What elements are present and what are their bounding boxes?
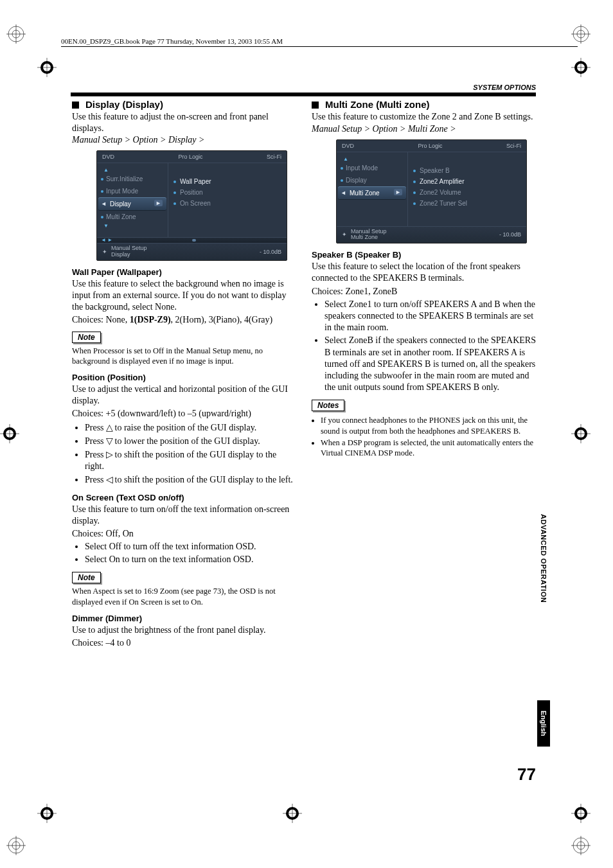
list-item: Select Off to turn off the text informat… [85, 541, 296, 553]
menu-item-selected: ◄Display [98, 197, 166, 211]
onscreen-choices: Choices: Off, On [72, 528, 296, 540]
register-mark-icon [37, 58, 57, 77]
section-header: SYSTEM OPTIONS [71, 84, 536, 96]
left-column: Display (Display) Use this feature to ad… [72, 96, 296, 791]
speakerb-list: Select Zone1 to turn on/off SPEAKERS A a… [312, 299, 536, 394]
footer-line2: Multi Zone [351, 235, 387, 241]
speakerb-text: Use this feature to select the location … [312, 261, 536, 284]
register-mark-icon [571, 804, 591, 823]
wallpaper-heading: Wall Paper (Wallpaper) [72, 267, 296, 277]
gui-decoder: Pro Logic [178, 154, 202, 160]
submenu-item: Wall Paper [172, 176, 283, 187]
content: Display (Display) Use this feature to ad… [72, 96, 536, 791]
page: 00EN.00_DSPZ9_GB.book Page 77 Thursday, … [0, 0, 613, 868]
gui-multizone-screenshot: DVD Pro Logic Sci-Fi ▲ Input Mode Displa… [336, 139, 527, 244]
gui-footer: ✦ Manual Setup Display - 10.0dB [97, 243, 287, 260]
submenu-item: Zone2 Amplifier [412, 176, 522, 187]
onscreen-note: When Aspect is set to 16:9 Zoom (see pag… [72, 586, 296, 607]
wallpaper-choices: Choices: None, 1(DSP-Z9), 2(Horn), 3(Pia… [72, 314, 296, 326]
list-item: When a DSP program is selected, the unit… [321, 438, 536, 459]
svg-point-1 [12, 30, 20, 38]
li-text: to shift the position of the GUI display… [112, 475, 293, 484]
svg-point-0 [8, 26, 24, 42]
page-number: 77 [517, 765, 536, 784]
submenu-item: Position [172, 187, 283, 198]
crop-mark-icon [6, 24, 26, 44]
list-item: Press ▽ to lower the position of the GUI… [85, 435, 296, 447]
svg-point-5 [577, 30, 585, 38]
choices-default: 1(DSP-Z9) [130, 315, 171, 324]
dimmer-text: Use to adjust the brightness of the fron… [72, 624, 296, 636]
list-item: Select On to turn on the text informatio… [85, 554, 296, 565]
section-label: SYSTEM OPTIONS [71, 84, 536, 93]
gui-decoder: Pro Logic [418, 143, 442, 149]
gui-source: DVD [342, 143, 354, 149]
gui-menu: ▲ Input Mode Display ◄Multi Zone [337, 152, 408, 226]
gui-menu: ▲ Surr.Initialize Input Mode ◄Display Mu… [97, 163, 168, 237]
menu-item-selected: ◄Multi Zone [338, 186, 406, 200]
up-arrow-icon: △ [106, 421, 112, 433]
gui-scrollbar: ◄ ► [97, 237, 287, 243]
display-breadcrumb: Manual Setup > Option > Display > [72, 135, 296, 145]
multizone-breadcrumb: Manual Setup > Option > Multi Zone > [312, 124, 536, 134]
register-mark-icon [0, 424, 19, 443]
dimmer-choices: Choices: –4 to 0 [72, 637, 296, 649]
register-mark-icon [283, 804, 302, 823]
submenu-item: On Screen [172, 198, 283, 209]
li-text: Press [85, 450, 106, 459]
volume-readout: - 10.0dB [499, 231, 521, 238]
onscreen-list: Select Off to turn off the text informat… [72, 541, 296, 565]
note-label: Note [72, 332, 101, 343]
gui-statusbar: DVD Pro Logic Sci-Fi [337, 140, 526, 152]
footer-line2: Display [111, 252, 147, 258]
register-mark-icon [37, 804, 57, 823]
li-text: Press [85, 436, 106, 446]
list-item: If you connect headphones to the PHONES … [321, 415, 536, 436]
scroll-down-icon: ▼ [97, 223, 168, 229]
wallpaper-note: When Processor is set to Off in the Manu… [72, 346, 296, 367]
svg-point-40 [573, 838, 589, 853]
position-choices: Choices: +5 (downward/left) to –5 (upwar… [72, 408, 296, 420]
crop-mark-icon [571, 836, 591, 855]
gui-body: ▲ Input Mode Display ◄Multi Zone Speaker… [337, 152, 526, 226]
footer-icon: ✦ [102, 249, 107, 255]
book-header: 00EN.00_DSPZ9_GB.book Page 77 Thursday, … [61, 37, 578, 47]
li-text: to raise the position of the GUI display… [112, 423, 256, 432]
li-text: Press [85, 423, 106, 432]
volume-readout: - 10.0dB [260, 249, 281, 255]
display-intro: Use this feature to adjust the on-screen… [72, 111, 296, 134]
register-mark-icon [571, 58, 591, 77]
gui-statusbar: DVD Pro Logic Sci-Fi [97, 151, 287, 163]
list-item: Select Zone1 to turn on/off SPEAKERS A a… [324, 299, 536, 334]
submenu-item: Speaker B [412, 165, 522, 176]
list-item: Press ▷ to shift the position of the GUI… [85, 448, 296, 472]
menu-item: Multi Zone [97, 211, 168, 223]
note-label: Note [72, 572, 101, 583]
down-arrow-icon: ▽ [106, 435, 112, 447]
right-arrow-icon: ▷ [106, 448, 112, 460]
left-arrow-icon: ◁ [106, 474, 112, 485]
submenu-item: Zone2 Tuner Sel [412, 198, 522, 209]
gui-program: Sci-Fi [506, 143, 521, 149]
gui-display-screenshot: DVD Pro Logic Sci-Fi ▲ Surr.Initialize I… [96, 150, 287, 261]
speakerb-heading: Speaker B (Speaker B) [312, 250, 536, 260]
section-tab-advanced: ADVANCED OPERATION [537, 508, 550, 609]
gui-submenu: Speaker B Zone2 Amplifier Zone2 Volume Z… [408, 152, 526, 226]
scroll-up-icon: ▲ [337, 156, 407, 162]
gui-body: ▲ Surr.Initialize Input Mode ◄Display Mu… [97, 163, 287, 237]
gui-program: Sci-Fi [267, 154, 281, 160]
menu-item: Input Mode [97, 185, 168, 197]
onscreen-heading: On Screen (Text OSD on/off) [72, 493, 296, 502]
menu-item: Display [337, 174, 407, 186]
svg-point-37 [12, 842, 20, 849]
menu-item: Input Mode [337, 162, 407, 174]
li-text: to lower the position of the GUI display… [112, 436, 260, 446]
menu-item-label: Multi Zone [350, 190, 380, 197]
language-tab: English [537, 700, 550, 747]
position-heading: Position (Position) [72, 373, 296, 382]
li-text: Press [85, 475, 106, 484]
li-text: to shift the position of the GUI display… [85, 450, 276, 471]
gui-footer: ✦ Manual Setup Multi Zone - 10.0dB [337, 226, 526, 244]
footer-icon: ✦ [342, 231, 347, 238]
display-heading: Display (Display) [72, 99, 296, 110]
